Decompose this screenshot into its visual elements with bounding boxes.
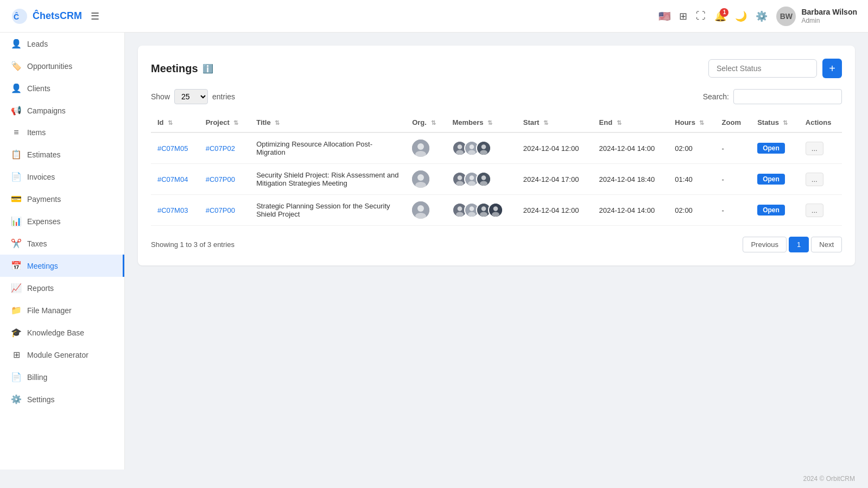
header-actions: + <box>708 59 842 78</box>
nav-label-billing: Billing <box>27 373 47 382</box>
cell-start: 2024-12-04 17:00 <box>517 164 593 195</box>
sidebar-item-leads[interactable]: 👤 Leads <box>0 33 124 55</box>
nav-label-clients: Clients <box>27 84 50 93</box>
project-link[interactable]: #C07P02 <box>206 144 235 153</box>
action-menu-button[interactable]: ... <box>806 173 823 186</box>
meeting-id-link[interactable]: #C07M05 <box>157 144 188 153</box>
sidebar-item-campaigns[interactable]: 📢 Campaigns <box>0 99 124 122</box>
svg-point-39 <box>493 206 498 211</box>
dark-mode-button[interactable]: 🌙 <box>735 10 747 22</box>
cell-members <box>446 132 516 164</box>
cell-id: #C07M05 <box>151 132 199 164</box>
status-select[interactable] <box>708 59 817 78</box>
search-input[interactable] <box>733 89 842 104</box>
logo-icon: Ĉ <box>11 8 28 25</box>
cell-end: 2024-12-04 18:40 <box>593 164 669 195</box>
sort-icon-members: ⇅ <box>487 119 492 126</box>
status-badge: Open <box>757 205 785 216</box>
nav-icon-leads: 👤 <box>11 39 22 49</box>
meeting-id-link[interactable]: #C07M03 <box>157 206 188 214</box>
sidebar-item-payments[interactable]: 💳 Payments <box>0 188 124 210</box>
sidebar-item-opportunities[interactable]: 🏷️ Opportunities <box>0 55 124 77</box>
pagination-row: Showing 1 to 3 of 3 entries Previous 1 N… <box>151 237 842 252</box>
sidebar-item-billing[interactable]: 📄 Billing <box>0 366 124 388</box>
action-menu-button[interactable]: ... <box>806 142 823 155</box>
page-1-button[interactable]: 1 <box>789 237 809 252</box>
svg-point-30 <box>458 206 462 211</box>
fullscreen-button[interactable]: ⛶ <box>696 10 706 22</box>
notifications-button[interactable]: 🔔 1 <box>714 10 726 22</box>
nav-icon-taxes: ✂️ <box>11 238 22 249</box>
grid-button[interactable]: ⊞ <box>679 10 687 22</box>
hamburger-button[interactable]: ☰ <box>91 10 99 22</box>
nav-icon-estimates: 📋 <box>11 149 22 160</box>
page-title: Meetings <box>151 62 198 75</box>
col-org: Org. ⇅ <box>406 113 446 132</box>
svg-point-37 <box>480 212 488 217</box>
cell-actions: ... <box>799 195 842 226</box>
svg-point-15 <box>417 174 424 181</box>
nav-label-expenses: Expenses <box>27 217 60 226</box>
nav-icon-module-generator: ⊞ <box>11 350 22 360</box>
cell-actions: ... <box>799 132 842 164</box>
nav-label-reports: Reports <box>27 284 54 293</box>
svg-point-25 <box>480 181 488 186</box>
page-header: Meetings ℹ️ + <box>151 59 842 78</box>
sidebar-item-knowledge-base[interactable]: 🎓 Knowledge Base <box>0 321 124 344</box>
add-meeting-button[interactable]: + <box>822 59 842 78</box>
col-start: Start ⇅ <box>517 113 593 132</box>
sidebar-item-reports[interactable]: 📈 Reports <box>0 277 124 299</box>
org-avatar <box>412 170 429 188</box>
svg-point-40 <box>492 212 500 217</box>
info-icon[interactable]: ℹ️ <box>202 64 213 74</box>
nav-label-module-generator: Module Generator <box>27 351 88 359</box>
nav-label-leads: Leads <box>27 40 48 48</box>
meeting-id-link[interactable]: #C07M04 <box>157 175 188 183</box>
sidebar-item-items[interactable]: ≡ Items <box>0 122 124 143</box>
table-row: #C07M04#C07P00Security Shield Project: R… <box>151 164 842 195</box>
nav-icon-invoices: 📄 <box>11 172 22 182</box>
sidebar-item-file-manager[interactable]: 📁 File Manager <box>0 299 124 321</box>
svg-point-9 <box>470 144 474 149</box>
main-content: Meetings ℹ️ + Show 102550100 entries <box>125 33 868 470</box>
action-menu-button[interactable]: ... <box>806 204 823 217</box>
table-row: #C07M05#C07P02Optimizing Resource Alloca… <box>151 132 842 164</box>
cell-id: #C07M03 <box>151 195 199 226</box>
sidebar-item-expenses[interactable]: 📊 Expenses <box>0 210 124 232</box>
cell-status: Open <box>751 164 799 195</box>
previous-button[interactable]: Previous <box>743 237 787 252</box>
cell-title: Optimizing Resource Allocation Post-Migr… <box>250 132 406 164</box>
avatar: BW <box>776 7 796 26</box>
project-link[interactable]: #C07P00 <box>206 175 235 183</box>
col-actions: Actions <box>799 113 842 132</box>
nav-icon-file-manager: 📁 <box>11 305 22 315</box>
svg-point-33 <box>470 206 474 211</box>
nav-label-taxes: Taxes <box>27 239 47 248</box>
svg-point-10 <box>468 150 476 155</box>
table-row: #C07M03#C07P00Strategic Planning Session… <box>151 195 842 226</box>
project-link[interactable]: #C07P00 <box>206 206 235 214</box>
sidebar-item-module-generator[interactable]: ⊞ Module Generator <box>0 344 124 366</box>
sidebar: 👤 Leads🏷️ Opportunities👤 Clients📢 Campai… <box>0 33 125 470</box>
next-button[interactable]: Next <box>811 237 842 252</box>
sidebar-item-estimates[interactable]: 📋 Estimates <box>0 143 124 166</box>
language-button[interactable]: 🇺🇸 <box>658 10 670 22</box>
org-avatar <box>412 140 429 157</box>
sort-icon-start: ⇅ <box>543 119 548 126</box>
sidebar-item-invoices[interactable]: 📄 Invoices <box>0 166 124 188</box>
entries-select[interactable]: 102550100 <box>174 89 208 104</box>
nav-label-estimates: Estimates <box>27 150 60 159</box>
user-profile[interactable]: BW Barbara Wilson Admin <box>776 7 857 26</box>
pagination-info: Showing 1 to 3 of 3 entries <box>151 240 235 249</box>
member-avatars <box>452 202 510 218</box>
cell-members <box>446 164 516 195</box>
sidebar-item-clients[interactable]: 👤 Clients <box>0 77 124 99</box>
sidebar-item-meetings[interactable]: 📅 Meetings <box>0 255 124 277</box>
svg-point-27 <box>417 205 424 212</box>
sidebar-item-taxes[interactable]: ✂️ Taxes <box>0 232 124 255</box>
nav-icon-billing: 📄 <box>11 372 22 382</box>
meetings-table: Id ⇅ Project ⇅ Title ⇅ Org. ⇅ Members ⇅ … <box>151 113 842 226</box>
settings-icon-button[interactable]: ⚙️ <box>756 10 768 22</box>
member-avatar <box>476 172 491 187</box>
sidebar-item-settings[interactable]: ⚙️ Settings <box>0 388 124 410</box>
